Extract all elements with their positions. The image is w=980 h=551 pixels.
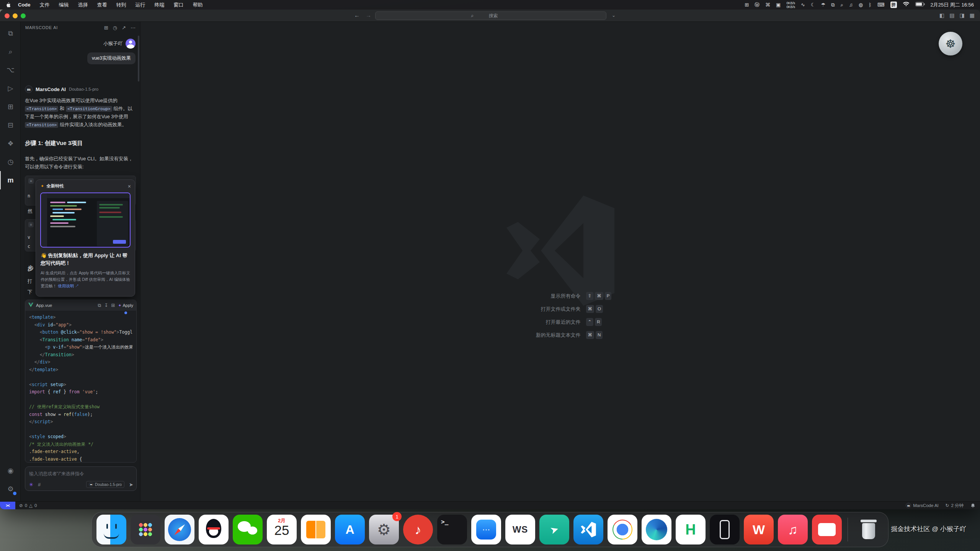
record-circle-icon[interactable]: ◍	[859, 2, 863, 8]
activity-live-preview-icon[interactable]: ❖	[0, 134, 20, 153]
dock-terminal[interactable]: >_	[437, 515, 467, 544]
dock-finder[interactable]	[96, 515, 126, 544]
dock-iphone[interactable]	[710, 515, 740, 544]
floating-widget[interactable]: ☸	[939, 32, 962, 55]
menu-item-查看[interactable]: 查看	[97, 2, 107, 8]
display-icon[interactable]: ⧉	[831, 2, 835, 8]
remote-indicator[interactable]: ><	[0, 502, 15, 509]
dock-appstore[interactable]: A	[335, 515, 365, 544]
dock-safari[interactable]	[165, 515, 194, 544]
dock-chatgreen[interactable]: ➤	[539, 515, 569, 544]
screenshot-grid-icon[interactable]: ⊞	[745, 2, 749, 8]
bluetooth-icon[interactable]: ᛒ	[869, 2, 872, 8]
zoom-window-button[interactable]	[21, 13, 26, 18]
toggle-secondary-sidebar-icon[interactable]: ◨	[960, 12, 965, 18]
activity-extensions-icon[interactable]: ⊞	[0, 98, 20, 116]
dock-launchpad[interactable]	[131, 515, 160, 544]
notifications-bell[interactable]	[970, 503, 975, 508]
search-input[interactable]	[476, 13, 511, 18]
menu-item-编辑[interactable]: 编辑	[59, 2, 69, 8]
dock-wpsws[interactable]: WS	[505, 515, 535, 544]
dock-trash[interactable]	[854, 515, 884, 544]
search-options-icon[interactable]: ⌄	[612, 13, 616, 18]
new-chat-icon[interactable]: ⊞	[104, 25, 108, 31]
skills-icon[interactable]: ✳	[29, 482, 33, 487]
activity-settings-icon[interactable]: ⚙	[0, 480, 20, 498]
activity-search-icon[interactable]: ⌕	[0, 42, 20, 61]
model-selector[interactable]: m Doubao-1.5-pro	[86, 481, 124, 488]
menu-item-转到[interactable]: 转到	[116, 2, 126, 8]
input-method-badge[interactable]: 拼	[890, 2, 897, 8]
sync-status-item[interactable]: ↻ 2 分钟	[946, 503, 964, 509]
minimize-window-button[interactable]	[13, 13, 18, 18]
dock-edge[interactable]	[642, 515, 671, 544]
dock-settings[interactable]: ⚙1	[369, 515, 399, 544]
dock-calendar[interactable]: 2月25	[267, 515, 297, 544]
context-hash-icon[interactable]: #	[38, 482, 41, 487]
apply-button[interactable]: ✦ Apply	[118, 303, 133, 308]
menu-item-运行[interactable]: 运行	[136, 2, 145, 8]
menu-item-窗口[interactable]: 窗口	[174, 2, 184, 8]
magnifier-icon[interactable]: ⌕	[841, 2, 843, 8]
menu-bar-clock[interactable]: 2月25日 周二 16:56	[931, 2, 974, 8]
dock-redapp[interactable]	[812, 515, 842, 544]
copy-code-icon[interactable]: ⧉	[98, 303, 101, 308]
customize-layout-icon[interactable]: ▦	[970, 12, 975, 18]
command-center-icon[interactable]: ⌘	[765, 2, 770, 8]
activity-source-control-icon[interactable]: ⌥	[0, 61, 20, 79]
menu-item-选择[interactable]: 选择	[78, 2, 88, 8]
dock-wechat[interactable]	[233, 515, 263, 544]
dock-hbuilder[interactable]: H	[676, 515, 706, 544]
activity-timeline-icon[interactable]: ◷	[0, 153, 20, 171]
activity-chart-icon[interactable]: ∿	[801, 2, 805, 8]
send-icon[interactable]: ➤	[129, 482, 133, 487]
dock-applemusic[interactable]: ♫	[778, 515, 808, 544]
menu-item-文件[interactable]: 文件	[40, 2, 50, 8]
navigate-forward-icon[interactable]: →	[366, 12, 371, 18]
apple-menu-icon[interactable]	[6, 2, 11, 8]
menu-item-帮助[interactable]: 帮助	[193, 2, 203, 8]
problems-indicator[interactable]: ⊘ 0 △ 0	[15, 503, 37, 508]
window-app-icon[interactable]: ▣	[776, 2, 781, 8]
chat-scrollbar[interactable]	[138, 36, 139, 82]
close-window-button[interactable]	[5, 13, 10, 18]
usage-guide-link[interactable]: 使用说明 ↗	[58, 284, 79, 288]
activity-remote-explorer-icon[interactable]: ⊟	[0, 116, 20, 134]
dock-vscode[interactable]	[573, 515, 603, 544]
more-icon[interactable]: ⋯	[131, 25, 136, 31]
toggle-panel-icon[interactable]: ▤	[949, 12, 954, 18]
dock-books[interactable]	[301, 515, 331, 544]
command-search-box[interactable]: ⌕	[375, 11, 606, 20]
insert-code-icon[interactable]: ↧	[104, 303, 108, 308]
music-note-icon[interactable]: ♫	[849, 2, 853, 8]
close-icon[interactable]: ×	[128, 184, 131, 189]
feature-preview-thumbnail[interactable]	[40, 192, 131, 248]
menu-item-终端[interactable]: 终端	[155, 2, 165, 8]
keyboard-icon[interactable]: ⌨	[877, 2, 885, 8]
dock-qq[interactable]	[199, 515, 229, 544]
navigate-back-icon[interactable]: ←	[354, 12, 360, 18]
wifi-icon[interactable]	[903, 2, 910, 8]
dock-chatblue[interactable]: ⋯	[471, 515, 501, 544]
dock-chrome[interactable]	[608, 515, 637, 544]
marscode-status-item[interactable]: m MarsCode AI	[906, 503, 938, 508]
dock-wps[interactable]: W	[744, 515, 774, 544]
dock-netease[interactable]: ♪	[403, 515, 433, 544]
activity-run-debug-icon[interactable]: ▷	[0, 79, 20, 98]
chat-input-box[interactable]: ✳ # m Doubao-1.5-pro ➤	[25, 466, 137, 491]
open-external-icon[interactable]: ↗	[122, 25, 126, 31]
menu-app-name[interactable]: Code	[18, 2, 31, 8]
activity-marscode-icon[interactable]: m	[0, 171, 20, 189]
search-icon: ⌕	[471, 13, 474, 19]
w-app-icon[interactable]: Ⓦ	[755, 2, 760, 8]
history-icon[interactable]: ◷	[113, 25, 117, 31]
battery-icon[interactable]	[915, 2, 925, 8]
umbrella-icon[interactable]: ☂	[821, 2, 826, 8]
toggle-primary-sidebar-icon[interactable]: ◧	[939, 12, 944, 18]
chat-input[interactable]	[29, 471, 132, 476]
network-speed[interactable]: 0KB/s 0KB/s	[786, 1, 795, 9]
activity-accounts-icon[interactable]: ◉	[0, 461, 20, 480]
activity-explorer-icon[interactable]: ⧉	[0, 24, 20, 42]
new-file-icon[interactable]: ⊞	[111, 303, 115, 308]
moon-icon[interactable]: ☾	[811, 2, 815, 8]
